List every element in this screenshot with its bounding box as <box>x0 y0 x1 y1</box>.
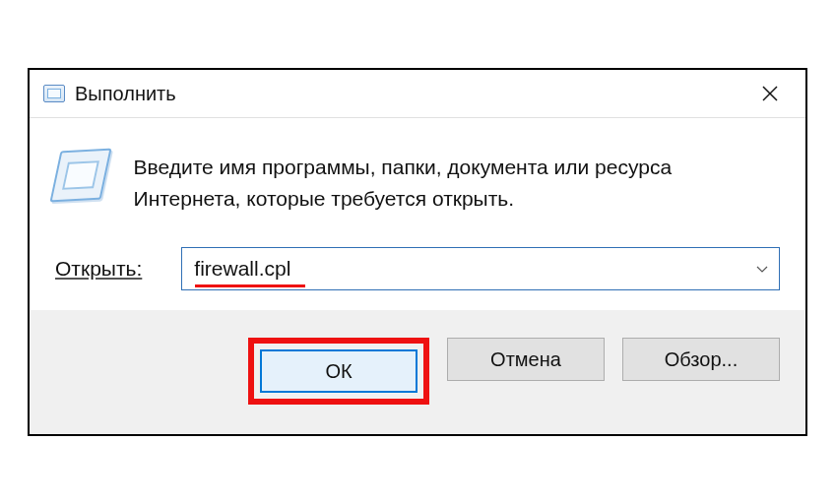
instruction-text: Введите имя программы, папки, документа … <box>134 146 780 214</box>
annotation-input-underline <box>195 284 305 287</box>
close-button[interactable] <box>750 80 790 107</box>
run-large-icon <box>49 149 111 203</box>
open-combobox[interactable] <box>181 247 780 290</box>
open-label: Открыть: <box>55 257 142 281</box>
ok-button[interactable]: ОК <box>260 349 418 393</box>
run-app-icon <box>43 85 65 102</box>
browse-button[interactable]: Обзор... <box>622 338 780 381</box>
title-text: Выполнить <box>75 83 750 105</box>
dialog-footer: ОК Отмена Обзор... <box>30 310 805 434</box>
close-icon <box>761 85 779 102</box>
titlebar: Выполнить <box>30 70 805 118</box>
dialog-body: Введите имя программы, папки, документа … <box>30 118 805 310</box>
annotation-ok-highlight: ОК <box>248 338 429 405</box>
instruction-row: Введите имя программы, папки, документа … <box>55 146 780 214</box>
run-dialog: Выполнить Введите имя программы, папки, … <box>28 68 807 436</box>
cancel-button[interactable]: Отмена <box>447 338 605 381</box>
open-row: Открыть: <box>55 247 780 290</box>
